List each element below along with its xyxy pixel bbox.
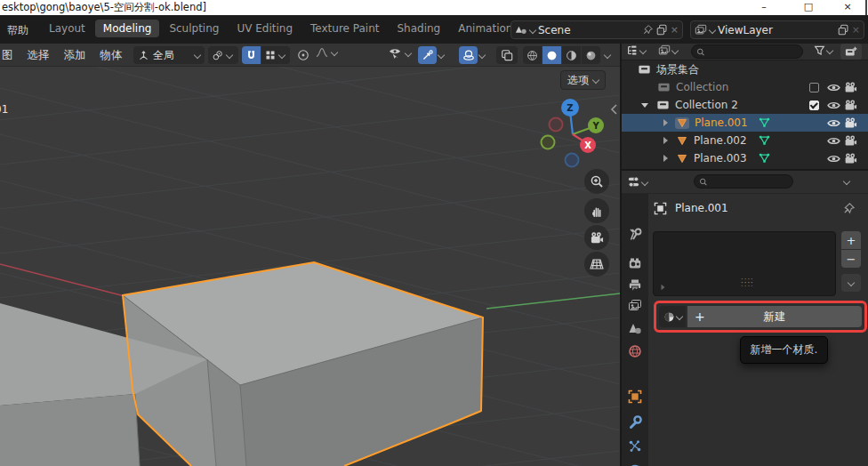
outliner-row-collection-2[interactable]: Collection 2	[622, 96, 868, 114]
outliner-row-collection[interactable]: Collection	[622, 78, 868, 96]
menu-add[interactable]: 添加	[64, 48, 86, 63]
xray-toggle[interactable]	[496, 46, 518, 64]
chevron-down-icon[interactable]	[604, 52, 611, 59]
menu-help[interactable]: 帮助	[7, 23, 28, 38]
properties-breadcrumb: Plane.001	[654, 199, 867, 217]
object-visibility-dropdown[interactable]	[388, 46, 411, 60]
show-overlays-toggle[interactable]	[459, 46, 478, 64]
viewport-3d[interactable]: Z Y X 01 选项	[0, 67, 620, 466]
breadcrumb-object-name[interactable]: Plane.001	[675, 202, 728, 214]
snap-toggle[interactable]	[242, 46, 261, 64]
options-dropdown[interactable]: 选项	[560, 70, 606, 90]
copy-icon[interactable]	[838, 24, 849, 36]
filter-dropdown[interactable]	[814, 44, 832, 56]
resize-grip[interactable]: ::::::::	[741, 279, 754, 286]
exclude-checkbox[interactable]	[809, 83, 819, 92]
chevron-down-icon[interactable]	[438, 52, 445, 59]
tab-world-icon[interactable]	[628, 344, 642, 358]
pin-icon[interactable]	[842, 202, 856, 215]
expand-arrow-icon[interactable]	[641, 103, 648, 108]
expand-arrow-icon[interactable]	[663, 137, 668, 144]
tab-view-layer-icon[interactable]	[628, 299, 642, 313]
eye-icon[interactable]	[827, 82, 840, 93]
menu-select[interactable]: 选择	[28, 48, 50, 63]
editor-type-dropdown[interactable]	[627, 175, 647, 189]
menu-view[interactable]: 图	[2, 48, 13, 63]
camera-restrict-icon[interactable]	[844, 81, 857, 93]
expand-arrow-icon[interactable]	[663, 155, 668, 162]
copy-icon[interactable]	[656, 24, 668, 36]
outliner-row-plane-002[interactable]: Plane.002	[622, 132, 868, 149]
camera-restrict-icon[interactable]	[844, 152, 857, 165]
maximize-button[interactable]: □	[797, 0, 820, 15]
outliner-search[interactable]	[691, 44, 803, 59]
remove-icon[interactable]: ×	[852, 24, 860, 36]
falloff-dropdown[interactable]	[315, 46, 337, 59]
menu-object[interactable]: 物体	[100, 48, 123, 63]
shading-wireframe-button[interactable]	[523, 46, 542, 64]
sidebar-toggle-arrow[interactable]	[610, 104, 618, 115]
snap-settings-dropdown[interactable]	[261, 46, 290, 64]
add-slot-button[interactable]: +	[841, 231, 861, 249]
tab-sculpting[interactable]: Sculpting	[161, 20, 227, 37]
pivot-point-dropdown[interactable]	[208, 46, 238, 64]
new-material-button[interactable]: + 新建	[687, 306, 862, 327]
tab-scene-icon[interactable]	[628, 322, 642, 336]
tab-modeling[interactable]: Modeling	[95, 20, 160, 37]
shading-material-button[interactable]	[562, 46, 581, 64]
unlink-icon[interactable]: ×	[671, 24, 679, 36]
pin-icon[interactable]	[642, 24, 654, 36]
outliner-row-plane-001[interactable]: Plane.001	[622, 114, 868, 132]
chevron-down-icon[interactable]	[843, 178, 850, 185]
eye-icon[interactable]	[827, 100, 840, 111]
view-layer-selector[interactable]: ViewLayer ×	[690, 20, 864, 39]
properties-search-input[interactable]	[711, 176, 788, 187]
camera-restrict-icon[interactable]	[844, 134, 857, 147]
tab-shading[interactable]: Shading	[389, 20, 448, 37]
new-collection-button[interactable]	[840, 44, 862, 60]
tab-uv-editing[interactable]: UV Editing	[229, 20, 301, 37]
outliner-row-plane-003[interactable]: Plane.003	[622, 149, 868, 167]
tab-modifiers-icon[interactable]	[628, 415, 642, 430]
outliner-search-input[interactable]	[709, 46, 798, 57]
eye-icon[interactable]	[827, 117, 840, 129]
shading-solid-button[interactable]	[542, 46, 561, 64]
tab-render-icon[interactable]	[628, 256, 642, 270]
perspective-toggle-button[interactable]	[584, 252, 609, 277]
remove-slot-button[interactable]: −	[841, 250, 861, 268]
editor-type-dropdown[interactable]	[626, 44, 646, 57]
navigation-gizmo[interactable]: Z Y X	[542, 99, 605, 167]
expand-arrow-icon[interactable]	[662, 285, 665, 290]
exclude-checkbox[interactable]	[809, 100, 819, 110]
tab-object-icon[interactable]	[628, 390, 642, 404]
properties-search[interactable]	[694, 174, 793, 189]
tab-tool-icon[interactable]	[628, 228, 642, 242]
display-mode-dropdown[interactable]	[658, 44, 678, 57]
close-button[interactable]: ×	[836, 0, 859, 15]
zoom-button[interactable]	[584, 169, 609, 194]
camera-restrict-icon[interactable]	[844, 99, 857, 111]
slot-specials-button[interactable]	[841, 274, 861, 292]
outliner-row-scene-collection[interactable]: 场景集合	[622, 60, 868, 78]
tab-layout[interactable]: Layout	[41, 20, 93, 37]
browse-material-dropdown[interactable]	[659, 306, 686, 327]
eye-icon[interactable]	[827, 135, 840, 147]
chevron-down-icon[interactable]	[478, 52, 486, 59]
minimize-button[interactable]: –	[752, 0, 776, 15]
tab-output-icon[interactable]	[628, 278, 642, 293]
tab-particles-icon[interactable]	[628, 439, 642, 454]
show-gizmo-toggle[interactable]	[418, 46, 437, 64]
proportional-editing-toggle[interactable]	[293, 46, 312, 64]
tab-texture-paint[interactable]: Texture Paint	[302, 20, 387, 37]
scene-selector[interactable]: Scene ×	[510, 20, 683, 39]
material-slot-list[interactable]: ::::::::	[653, 231, 836, 296]
plus-icon: +	[847, 234, 856, 247]
shading-rendered-button[interactable]	[582, 46, 600, 64]
viewport-header: 图 选择 添加 物体 全局	[0, 44, 620, 67]
pan-hand-button[interactable]	[584, 198, 609, 223]
camera-restrict-icon[interactable]	[844, 116, 857, 129]
eye-icon[interactable]	[827, 153, 840, 165]
camera-view-button[interactable]	[584, 225, 609, 250]
expand-arrow-icon[interactable]	[663, 119, 668, 126]
transform-orientation-dropdown[interactable]: 全局	[133, 46, 205, 64]
